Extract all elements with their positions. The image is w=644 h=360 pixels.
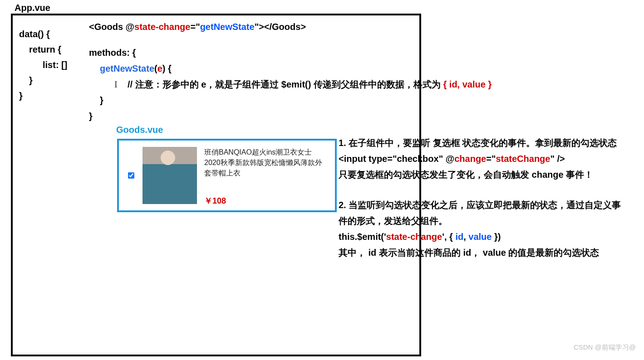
code-text: ( <box>154 63 157 73</box>
template-methods-code: <Goods @state-change="getNewState"></Goo… <box>89 19 492 124</box>
code-text: <Goods @ <box>89 22 134 32</box>
text-cursor-icon: I <box>113 79 118 89</box>
explain-change-note: 只要复选框的勾选状态发生了变化，会自动触发 change 事件！ <box>339 167 629 183</box>
goods-vue-label: Goods.vue <box>116 125 163 135</box>
emit-line: this.$emit('state-change', { id, value }… <box>339 229 629 245</box>
explain-step-2: 2. 当监听到勾选状态变化之后，应该立即把最新的状态，通过自定义事件的形式，发送… <box>339 197 629 229</box>
explanation-block: 1. 在子组件中，要监听 复选框 状态变化的事件。拿到最新的勾选状态 <inpu… <box>339 135 629 261</box>
code-text: "></Goods> <box>255 22 306 32</box>
handler-name: stateChange <box>496 154 550 164</box>
explain-step-1: 1. 在子组件中，要监听 复选框 状态变化的事件。拿到最新的勾选状态 <box>339 135 629 151</box>
code-text: ', { <box>442 232 455 242</box>
product-image <box>143 147 197 204</box>
method-signature: getNewState(e) { <box>89 61 492 77</box>
code-line: } <box>19 88 67 103</box>
product-title: 班俏BANQIAO超火ins潮卫衣女士2020秋季新款韩版宽松慵懒风薄款外套带帽… <box>204 147 328 179</box>
watermark: CSDN @前端学习@ <box>574 343 636 352</box>
code-text: =" <box>486 154 496 164</box>
method-name: getNewState <box>100 63 154 73</box>
goods-card: 班俏BANQIAO超火ins潮卫衣女士2020秋季新款韩版宽松慵懒风薄款外套带帽… <box>117 139 337 212</box>
comment-line: I // 注意：形参中的 e，就是子组件通过 $emit() 传递到父组件中的数… <box>89 77 492 92</box>
code-text: }) <box>492 232 501 242</box>
emit-id: id <box>455 232 463 242</box>
code-text: <input type="checkbox" @ <box>339 154 454 164</box>
code-text: =" <box>190 22 200 32</box>
app-vue-label: App.vue <box>15 3 50 13</box>
input-tag-line: <input type="checkbox" @change="stateCha… <box>339 151 629 167</box>
explain-id-value-note: 其中， id 表示当前这件商品的 id， value 的值是最新的勾选状态 <box>339 245 629 261</box>
event-name: change <box>454 154 486 164</box>
handler-name: getNewState <box>200 22 255 32</box>
code-line: data() { <box>19 26 67 42</box>
code-line: } <box>89 108 492 124</box>
methods-head: methods: { <box>89 45 492 61</box>
param-name: e <box>157 63 162 73</box>
code-text: " /> <box>550 154 565 164</box>
code-line: } <box>89 92 492 108</box>
goods-tag-line: <Goods @state-change="getNewState"></Goo… <box>89 19 492 35</box>
product-price: ￥108 <box>204 195 328 207</box>
data-block-code: data() { return { list: [] } } <box>19 26 67 103</box>
emit-event: state-change <box>386 232 442 242</box>
emit-value: value <box>468 232 492 242</box>
code-text: , <box>463 232 468 242</box>
product-info: 班俏BANQIAO超火ins潮卫衣女士2020秋季新款韩版宽松慵懒风薄款外套带帽… <box>197 145 328 207</box>
code-line: return { <box>19 42 67 57</box>
goods-checkbox[interactable] <box>128 172 134 179</box>
comment-text: // 注意：形参中的 e，就是子组件通过 $emit() 传递到父组件中的数据，… <box>128 79 443 89</box>
comment-object: { id, value } <box>443 79 492 89</box>
code-text: ) { <box>162 63 172 73</box>
code-text: this.$emit(' <box>339 232 386 242</box>
code-line: } <box>19 73 67 88</box>
code-line: list: [] <box>19 57 67 73</box>
event-name: state-change <box>134 22 190 32</box>
